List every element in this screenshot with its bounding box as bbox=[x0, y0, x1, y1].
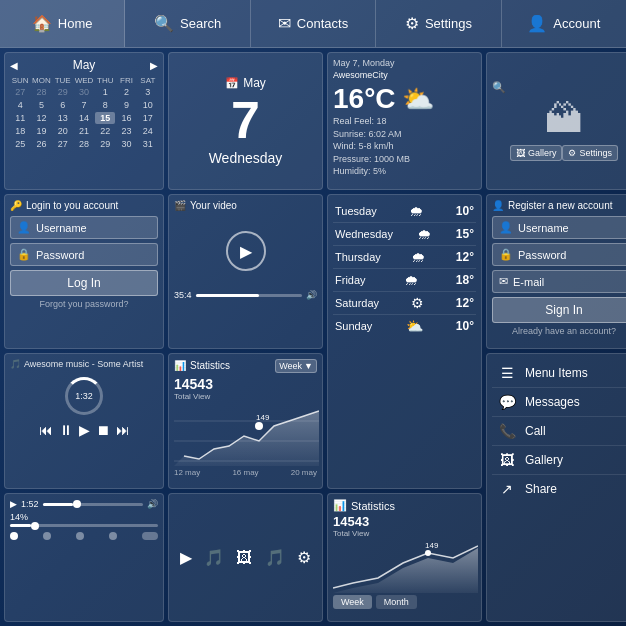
music-play-button[interactable]: ▶ bbox=[79, 422, 90, 438]
dot-2[interactable] bbox=[43, 532, 51, 540]
table-row[interactable]: 30 bbox=[116, 138, 136, 150]
table-row[interactable]: 23 bbox=[116, 125, 136, 137]
photo-settings-button[interactable]: ⚙ Settings bbox=[562, 145, 618, 161]
video-time: 35:4 bbox=[174, 290, 192, 300]
forgot-password-link[interactable]: Forgot you password? bbox=[10, 299, 158, 309]
table-row[interactable]: 12 bbox=[31, 112, 51, 124]
music-stop-button[interactable]: ⏹ bbox=[96, 422, 110, 438]
stats2-month-tab[interactable]: Month bbox=[376, 595, 417, 609]
table-row[interactable]: 19 bbox=[31, 125, 51, 137]
gallery-button[interactable]: 🖼 Gallery bbox=[510, 145, 563, 161]
table-row[interactable]: 10 bbox=[138, 99, 158, 111]
forecast-day-5: Saturday bbox=[335, 297, 379, 309]
play-icon-small[interactable]: ▶ bbox=[10, 499, 17, 509]
music-prev-button[interactable]: ⏮ bbox=[39, 422, 53, 438]
table-row[interactable]: 28 bbox=[31, 86, 51, 98]
dot-1[interactable] bbox=[10, 532, 18, 540]
calendar-prev[interactable]: ◀ bbox=[10, 60, 18, 71]
register-password-field[interactable]: 🔒 Password bbox=[492, 243, 626, 266]
nav-settings[interactable]: ⚙ Settings bbox=[376, 0, 501, 47]
table-row[interactable]: 30 bbox=[74, 86, 94, 98]
table-row[interactable]: 2 bbox=[116, 86, 136, 98]
dot-4[interactable] bbox=[109, 532, 117, 540]
table-row[interactable]: 16 bbox=[116, 112, 136, 124]
forecast-icon-5: ⚙ bbox=[411, 295, 424, 311]
table-row[interactable]: 14 bbox=[74, 112, 94, 124]
table-row[interactable]: 8 bbox=[95, 99, 115, 111]
table-row[interactable]: 27 bbox=[53, 138, 73, 150]
main-slider-bar[interactable] bbox=[10, 524, 158, 527]
login-button[interactable]: Log In bbox=[10, 270, 158, 296]
table-row[interactable]: 7 bbox=[74, 99, 94, 111]
nav-account[interactable]: 👤 Account bbox=[502, 0, 626, 47]
video-progress-fill bbox=[196, 294, 260, 297]
media-image-icon[interactable]: 🖼 bbox=[236, 549, 252, 567]
stats-title: Statistics bbox=[190, 360, 230, 371]
stats2-week-tab[interactable]: Week bbox=[333, 595, 372, 609]
media-play-icon[interactable]: ▶ bbox=[180, 548, 192, 567]
already-account-link[interactable]: Already have an account? bbox=[492, 326, 626, 336]
weather-city: AwesomeCity bbox=[333, 70, 476, 80]
table-row[interactable]: 11 bbox=[10, 112, 30, 124]
table-row[interactable]: 29 bbox=[95, 138, 115, 150]
table-row[interactable]: 3 bbox=[138, 86, 158, 98]
register-signin-button[interactable]: Sign In bbox=[492, 297, 626, 323]
table-row[interactable]: 26 bbox=[31, 138, 51, 150]
user-icon: 👤 bbox=[17, 221, 31, 234]
table-row[interactable]: 18 bbox=[10, 125, 30, 137]
playback-progress-bar[interactable] bbox=[43, 503, 143, 506]
table-row[interactable]: 28 bbox=[74, 138, 94, 150]
register-icon: 👤 bbox=[492, 200, 504, 211]
table-row[interactable]: 9 bbox=[116, 99, 136, 111]
music-next-button[interactable]: ⏭ bbox=[116, 422, 130, 438]
menu-icon: ☰ bbox=[497, 365, 517, 381]
password-field[interactable]: 🔒 Password bbox=[10, 243, 158, 266]
stats-filter-dropdown[interactable]: Week ▼ bbox=[275, 359, 317, 373]
table-row[interactable]: 20 bbox=[53, 125, 73, 137]
table-row[interactable]: 5 bbox=[31, 99, 51, 111]
menu-item-menu[interactable]: ☰ Menu Items bbox=[492, 359, 626, 388]
calendar-header: ◀ May ▶ bbox=[10, 58, 158, 72]
table-row[interactable]: 24 bbox=[138, 125, 158, 137]
table-row[interactable]: 17 bbox=[138, 112, 158, 124]
calendar-today[interactable]: 15 bbox=[95, 112, 115, 124]
calendar-next[interactable]: ▶ bbox=[150, 60, 158, 71]
table-row[interactable]: 25 bbox=[10, 138, 30, 150]
dot-wide[interactable] bbox=[142, 532, 158, 540]
video-progress-bar[interactable] bbox=[196, 294, 302, 297]
nav-contacts[interactable]: ✉ Contacts bbox=[251, 0, 376, 47]
dot-3[interactable] bbox=[76, 532, 84, 540]
nav-search[interactable]: 🔍 Search bbox=[125, 0, 250, 47]
photo-panel: 🔍 🏔 🖼 Gallery ⚙ Settings bbox=[486, 52, 626, 190]
main-slider-thumb[interactable] bbox=[31, 522, 39, 530]
table-row[interactable]: 21 bbox=[74, 125, 94, 137]
table-row[interactable]: 4 bbox=[10, 99, 30, 111]
media-gear-icon[interactable]: ⚙ bbox=[297, 548, 311, 567]
register-email-field[interactable]: ✉ E-mail bbox=[492, 270, 626, 293]
nav-search-label: Search bbox=[180, 16, 221, 31]
forecast-icon-4: 🌧 bbox=[404, 272, 418, 288]
playback-thumb[interactable] bbox=[73, 500, 81, 508]
music-note-icon: 🎵 bbox=[10, 359, 21, 369]
video-play-button[interactable]: ▶ bbox=[226, 231, 266, 271]
menu-item-messages[interactable]: 💬 Messages bbox=[492, 388, 626, 417]
table-row[interactable]: 29 bbox=[53, 86, 73, 98]
media-music-icon[interactable]: 🎵 bbox=[204, 548, 224, 567]
table-row[interactable]: 22 bbox=[95, 125, 115, 137]
media-note-icon[interactable]: 🎵 bbox=[265, 548, 285, 567]
photo-search-icon[interactable]: 🔍 bbox=[492, 81, 506, 94]
username-field[interactable]: 👤 Username bbox=[10, 216, 158, 239]
table-row[interactable]: 1 bbox=[95, 86, 115, 98]
nav-home[interactable]: 🏠 Home bbox=[0, 0, 125, 47]
table-row[interactable]: 13 bbox=[53, 112, 73, 124]
table-row[interactable]: 6 bbox=[53, 99, 73, 111]
forecast-day-2: Wednesday bbox=[335, 228, 393, 240]
menu-item-share[interactable]: ↗ Share bbox=[492, 475, 626, 503]
menu-item-call[interactable]: 📞 Call bbox=[492, 417, 626, 446]
music-pause-button[interactable]: ⏸ bbox=[59, 422, 73, 438]
menu-item-gallery[interactable]: 🖼 Gallery bbox=[492, 446, 626, 475]
table-row[interactable]: 31 bbox=[138, 138, 158, 150]
weather-panel: May 7, Monday AwesomeCity 16°C ⛅ Real Fe… bbox=[327, 52, 482, 190]
register-username-field[interactable]: 👤 Username bbox=[492, 216, 626, 239]
table-row[interactable]: 27 bbox=[10, 86, 30, 98]
